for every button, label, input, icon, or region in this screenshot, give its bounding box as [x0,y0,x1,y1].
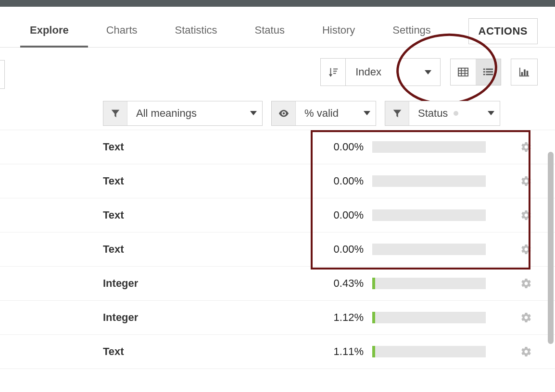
table-row[interactable]: Text0.00% [0,198,555,233]
gear-icon [520,278,532,289]
percent-value: 0.00% [315,175,372,187]
column-type-label: Integer [103,277,315,290]
table-row[interactable]: Integer0.43% [0,267,555,301]
percent-value: 0.43% [315,277,372,290]
table-row[interactable]: Text0.00% [0,233,555,267]
vertical-scrollbar[interactable] [546,152,555,392]
list-icon [483,68,493,76]
column-type-label: Text [103,345,315,358]
view-toggle [450,59,501,86]
svg-rect-11 [486,71,493,73]
filter-valid-label: % valid [304,107,339,120]
status-dot [454,111,458,116]
table-row[interactable]: Integer1.12% [0,301,555,335]
filter-icon [103,101,127,125]
svg-rect-0 [333,69,338,70]
tab-explore[interactable]: Explore [25,13,74,47]
gear-icon [520,312,532,323]
gear-icon [520,209,532,221]
column-type-label: Text [103,243,315,256]
tab-charts[interactable]: Charts [101,13,142,47]
filter-status-label: Status [418,107,448,120]
left-panel-stub [0,60,5,89]
chevron-down-icon [364,111,370,115]
filter-status[interactable]: Status [385,101,500,126]
percent-value: 0.00% [315,141,372,153]
grid-icon [458,67,468,77]
gear-icon [520,346,532,357]
svg-rect-14 [519,68,520,76]
row-settings-button[interactable] [515,141,538,153]
svg-rect-16 [521,72,523,75]
svg-rect-8 [483,69,485,70]
sort-field-label: Index [355,66,381,78]
column-type-label: Integer [103,311,315,324]
row-settings-button[interactable] [515,312,538,323]
sort-select[interactable]: Index [320,58,441,86]
row-settings-button[interactable] [515,278,538,289]
chevron-down-icon [425,70,431,74]
bar-chart-icon [519,67,530,77]
svg-marker-19 [111,110,119,117]
toolbar: Index [0,48,555,97]
svg-rect-15 [519,75,529,76]
filter-meanings-label: All meanings [136,107,197,120]
svg-rect-2 [333,73,336,74]
svg-point-20 [282,112,285,114]
table-row[interactable]: Text0.00% [0,130,555,164]
chart-panel-button[interactable] [511,59,538,86]
progress-bar [372,244,515,255]
percent-value: 1.12% [315,311,372,324]
svg-rect-3 [458,68,468,76]
percent-value: 0.00% [315,243,372,256]
filter-icon [385,101,409,125]
progress-bar [372,312,515,323]
row-settings-button[interactable] [515,175,538,187]
svg-rect-12 [483,74,485,75]
percent-value: 1.11% [315,345,372,358]
progress-bar [372,209,515,221]
progress-bar [372,141,515,153]
tab-settings[interactable]: Settings [388,13,436,47]
progress-bar [372,278,515,289]
list-view-button[interactable] [476,59,501,85]
svg-rect-18 [527,71,529,75]
data-rows: Text0.00%Text0.00%Text0.00%Text0.00%Inte… [0,130,555,369]
eye-icon [272,101,296,125]
progress-bar [372,346,515,357]
filter-meanings[interactable]: All meanings [103,101,263,126]
table-row[interactable]: Text0.00% [0,164,555,198]
filter-valid[interactable]: % valid [271,101,376,126]
sort-icon [321,59,346,86]
grid-view-button[interactable] [451,59,476,85]
svg-rect-13 [486,74,493,75]
svg-rect-17 [524,70,526,76]
percent-value: 0.00% [315,209,372,221]
scroll-thumb[interactable] [548,152,554,344]
progress-bar [372,175,515,187]
chevron-down-icon [488,111,494,115]
filters-row: All meanings % valid Status [0,97,555,130]
svg-rect-10 [483,71,485,73]
row-settings-button[interactable] [515,346,538,357]
column-type-label: Text [103,209,315,221]
svg-rect-9 [486,69,493,70]
chevron-down-icon [250,111,257,115]
column-type-label: Text [103,141,315,153]
row-settings-button[interactable] [515,209,538,221]
column-type-label: Text [103,175,315,187]
tab-bar: Explore Charts Statistics Status History… [0,7,555,48]
svg-marker-21 [393,110,401,117]
table-row[interactable]: Text1.11% [0,335,555,369]
row-settings-button[interactable] [515,244,538,255]
tab-status[interactable]: Status [250,13,290,47]
tab-statistics[interactable]: Statistics [170,13,222,47]
gear-icon [520,175,532,187]
tab-history[interactable]: History [317,13,360,47]
svg-rect-1 [333,71,337,72]
window-chrome [0,0,555,7]
actions-button[interactable]: ACTIONS [468,18,538,44]
gear-icon [520,244,532,255]
gear-icon [520,141,532,153]
